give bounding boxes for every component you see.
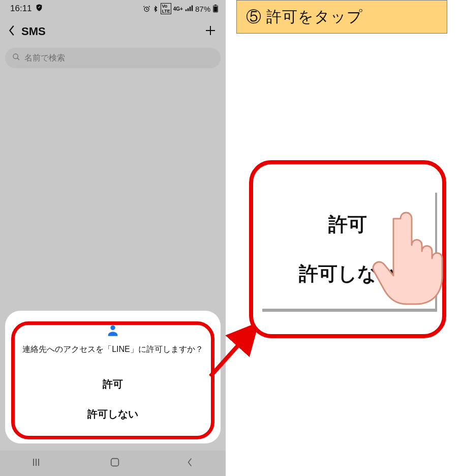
back-button[interactable] <box>5 22 18 42</box>
search-icon <box>12 53 20 63</box>
status-left: 16:11 <box>10 4 43 14</box>
zoom-callout: 許可 許可しない <box>249 160 446 338</box>
status-bar: 16:11 VoLTE 4G+ 87% <box>0 0 226 17</box>
nav-home-button[interactable] <box>97 453 133 474</box>
search-input[interactable]: 名前で検索 <box>5 48 221 68</box>
svg-rect-6 <box>111 459 119 466</box>
allow-button[interactable]: 許可 <box>15 369 210 399</box>
page-title: SMS <box>18 25 204 38</box>
svg-point-4 <box>13 54 18 58</box>
svg-rect-3 <box>213 7 217 12</box>
nav-recents-button[interactable] <box>20 454 56 473</box>
instruction-banner: ⑤ 許可をタップ <box>236 0 447 34</box>
svg-point-5 <box>110 325 115 330</box>
bluetooth-icon <box>152 5 159 13</box>
signal-icon <box>185 5 193 12</box>
zoom-panel: 許可 許可しない <box>260 190 435 309</box>
add-button[interactable] <box>204 23 217 40</box>
app-header: SMS <box>0 17 226 46</box>
phone-screenshot: 16:11 VoLTE 4G+ 87% S <box>0 0 226 476</box>
shield-icon <box>35 4 43 14</box>
network-4g-icon: 4G+ <box>173 6 183 12</box>
zoom-allow-button[interactable]: 許可 <box>328 212 367 237</box>
deny-button[interactable]: 許可しない <box>15 399 210 429</box>
battery-icon <box>212 5 219 13</box>
zoom-deny-button[interactable]: 許可しない <box>299 261 397 287</box>
contacts-icon <box>106 323 120 337</box>
alarm-icon <box>143 5 150 13</box>
battery-text: 87% <box>195 5 210 13</box>
android-nav-bar <box>0 451 226 476</box>
nav-back-button[interactable] <box>174 453 205 473</box>
instruction-text: ⑤ 許可をタップ <box>246 7 363 27</box>
volte-icon: VoLTE <box>161 3 171 14</box>
status-time: 16:11 <box>10 4 32 14</box>
search-placeholder: 名前で検索 <box>24 53 65 64</box>
permission-dialog: 連絡先へのアクセスを「LINE」に許可しますか？ 許可 許可しない <box>5 311 221 443</box>
svg-rect-2 <box>214 5 217 6</box>
permission-message: 連絡先へのアクセスを「LINE」に許可しますか？ <box>15 344 210 355</box>
status-right: VoLTE 4G+ 87% <box>143 3 219 14</box>
